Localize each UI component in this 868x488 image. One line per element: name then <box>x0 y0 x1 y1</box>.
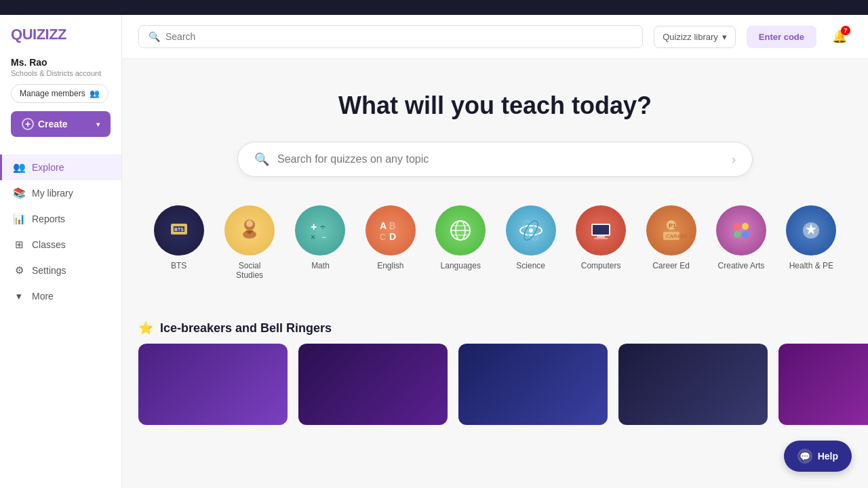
enter-code-button[interactable]: Enter code <box>747 26 816 48</box>
svg-point-5 <box>246 220 253 227</box>
svg-text:C: C <box>380 232 386 242</box>
search-bar[interactable]: 🔍 <box>138 25 643 48</box>
main-content: 🔍 Quizizz library ▾ Enter code 🔔 7 What … <box>122 15 868 488</box>
header: 🔍 Quizizz library ▾ Enter code 🔔 7 <box>122 15 868 59</box>
category-languages[interactable]: Languages <box>437 205 485 280</box>
classes-icon: ⊞ <box>13 239 25 251</box>
svg-text:+: + <box>311 221 317 232</box>
category-label-computers: Computers <box>581 261 621 270</box>
category-math[interactable]: + ÷ × − Math <box>296 205 344 280</box>
svg-point-22 <box>529 228 533 232</box>
svg-rect-24 <box>593 225 609 235</box>
top-bar <box>0 0 868 15</box>
hero-section: What will you teach today? 🔍 › BTS <box>122 59 868 310</box>
category-label-social: Social Studies <box>224 261 274 280</box>
sidebar-item-classes[interactable]: ⊞ Classes <box>0 232 121 258</box>
more-icon: ▾ <box>13 290 25 302</box>
create-button[interactable]: + Create ▾ <box>11 111 111 137</box>
svg-point-32 <box>742 223 749 230</box>
chevron-down-icon: ▾ <box>722 32 727 42</box>
hero-title: What will you teach today? <box>138 92 852 120</box>
sidebar-item-explore[interactable]: 👥 Explore <box>0 155 121 180</box>
category-label-english: English <box>377 261 403 270</box>
svg-text:A: A <box>380 220 387 231</box>
category-icon-science <box>506 205 556 256</box>
svg-point-34 <box>742 231 749 238</box>
sidebar-nav: 👥 Explore 📚 My library 📊 Reports ⊞ Class… <box>0 155 121 477</box>
quiz-search-input[interactable] <box>277 153 732 165</box>
svg-text:D: D <box>389 231 396 242</box>
search-input[interactable] <box>165 31 633 42</box>
library-icon: 📚 <box>13 187 25 199</box>
category-label-health: Health & PE <box>789 261 833 270</box>
notification-badge: 7 <box>841 26 850 35</box>
user-name: Ms. Rao <box>11 57 111 68</box>
icebreaker-card-5[interactable] <box>778 344 868 425</box>
reports-icon: 📊 <box>13 213 25 225</box>
category-icon-social <box>224 205 275 256</box>
svg-text:CAREER: CAREER <box>666 233 686 239</box>
category-social-studies[interactable]: Social Studies <box>224 205 274 280</box>
svg-text:BTS: BTS <box>174 227 184 232</box>
caret-icon: ▾ <box>96 121 100 128</box>
icebreaker-card-2[interactable] <box>298 344 448 425</box>
category-label-science: Science <box>516 261 545 270</box>
category-icon-computers <box>576 205 626 256</box>
icebreaker-card-3[interactable] <box>458 344 608 425</box>
quiz-search-bar[interactable]: 🔍 › <box>237 142 753 177</box>
category-icon-bts: BTS <box>154 205 204 256</box>
search-icon: 🔍 <box>149 31 160 42</box>
category-creative-arts[interactable]: Creative Arts <box>717 205 765 280</box>
settings-icon: ⚙ <box>13 264 25 277</box>
cards-row <box>122 344 868 425</box>
manage-members-button[interactable]: Manage members 👥 <box>11 84 108 103</box>
library-selector[interactable]: Quizizz library ▾ <box>654 26 736 48</box>
category-science[interactable]: Science <box>507 205 555 280</box>
category-icon-english: A B C D <box>366 205 416 256</box>
category-label-bts: BTS <box>171 261 186 270</box>
category-computers[interactable]: Computers <box>576 205 625 280</box>
sidebar-item-more[interactable]: ▾ More <box>0 283 121 309</box>
category-label-math: Math <box>311 261 330 270</box>
category-icon-languages <box>435 205 486 256</box>
category-icon-career: P1 CAREER <box>646 205 696 256</box>
section-title: Ice-breakers and Bell Ringers <box>160 321 332 336</box>
sidebar-item-settings[interactable]: ⚙ Settings <box>0 258 121 283</box>
category-english[interactable]: A B C D English <box>366 205 414 280</box>
sidebar-item-reports[interactable]: 📊 Reports <box>0 206 121 232</box>
notification-button[interactable]: 🔔 7 <box>827 24 852 49</box>
svg-text:−: − <box>321 232 326 242</box>
help-button[interactable]: 💬 Help <box>784 441 852 472</box>
svg-point-33 <box>734 231 741 238</box>
svg-text:×: × <box>311 232 315 242</box>
svg-point-31 <box>734 223 741 230</box>
star-icon: ⭐ <box>138 321 153 336</box>
search-arrow-icon: › <box>732 152 736 167</box>
svg-text:P1: P1 <box>669 222 676 229</box>
svg-rect-25 <box>597 236 605 238</box>
icebreaker-card-4[interactable] <box>618 344 768 425</box>
explore-icon: 👥 <box>13 161 25 174</box>
svg-text:B: B <box>389 220 395 231</box>
category-icon-creative <box>716 205 766 256</box>
user-role: Schools & Districts account <box>11 69 111 77</box>
category-bts[interactable]: BTS BTS <box>155 205 203 280</box>
logo: QUIZIZZ <box>0 26 121 57</box>
category-label-career: Career Ed <box>652 261 690 270</box>
category-career-ed[interactable]: P1 CAREER Career Ed <box>647 205 695 280</box>
category-label-languages: Languages <box>441 261 481 270</box>
members-icon: 👥 <box>90 89 100 98</box>
icebreaker-card-1[interactable] <box>138 344 288 425</box>
categories-row: BTS BTS Social Studies <box>138 199 852 293</box>
quiz-search-icon: 🔍 <box>254 152 269 167</box>
plus-icon: + <box>22 118 34 130</box>
category-icon-health <box>786 205 836 256</box>
section-header: ⭐ Ice-breakers and Bell Ringers <box>122 310 868 344</box>
category-label-creative: Creative Arts <box>718 261 765 270</box>
sidebar-item-my-library[interactable]: 📚 My library <box>0 180 121 206</box>
category-icon-math: + ÷ × − <box>295 205 345 256</box>
user-section: Ms. Rao Schools & Districts account Mana… <box>0 57 121 148</box>
category-health-pe[interactable]: Health & PE <box>787 205 835 280</box>
sidebar: QUIZIZZ Ms. Rao Schools & Districts acco… <box>0 15 122 488</box>
svg-rect-26 <box>594 238 608 239</box>
